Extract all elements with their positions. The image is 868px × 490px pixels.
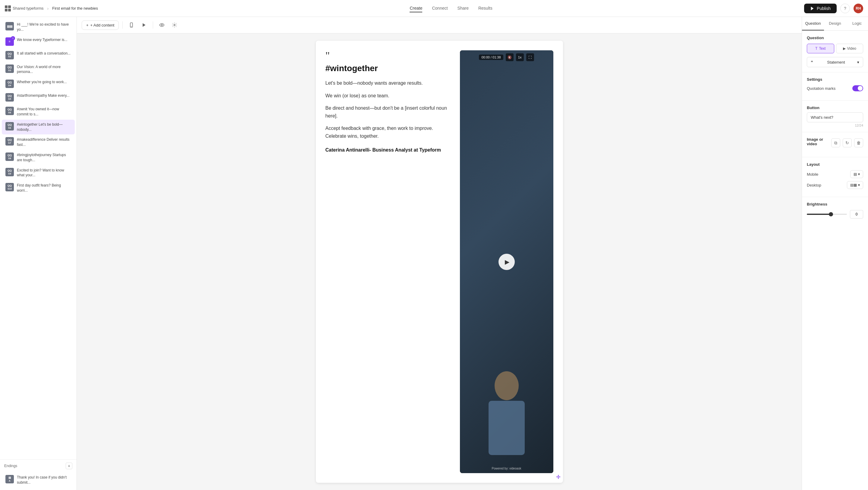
- brightness-control-row: [807, 210, 863, 218]
- slide-title: #wintogether: [326, 64, 450, 73]
- mobile-preview-button[interactable]: [126, 20, 136, 30]
- video-speed-button[interactable]: 1x: [516, 53, 524, 61]
- settings-title: Settings: [807, 77, 863, 82]
- eye-icon: [159, 22, 164, 28]
- panel-tab-question[interactable]: Question: [802, 17, 824, 30]
- sidebar-item-s8[interactable]: QQ S7 #makeadifference Deliver results f…: [2, 135, 75, 150]
- add-content-button[interactable]: + + Add content: [82, 21, 119, 30]
- settings-icon-button[interactable]: [169, 20, 180, 30]
- video-mute-button[interactable]: 🔇: [506, 53, 514, 61]
- statement-dropdown[interactable]: ❝ Statement ▾: [807, 57, 863, 67]
- shared-typeforms-link[interactable]: Shared typeforms: [13, 6, 44, 10]
- preview-icon-button[interactable]: [157, 20, 167, 30]
- mobile-layout-icon: ▤: [854, 172, 857, 176]
- panel-tab-design[interactable]: Design: [824, 17, 846, 30]
- slide-author: Caterina Antinarelli- Business Analyst a…: [326, 147, 450, 153]
- sidebar-list: ▤▤ Hi ___! We're so excited to have yo..…: [0, 17, 76, 458]
- sidebar-item-s11[interactable]: QQ S10 First day outfit fears? Being wor…: [2, 181, 75, 195]
- sidebar-item-s9[interactable]: QQ S8 #bringjoytothejourney Startups are…: [2, 150, 75, 165]
- sidebar-item-s2[interactable]: QQ S2 It all started with a conversation…: [2, 49, 75, 62]
- brightness-value-input[interactable]: [850, 210, 863, 218]
- text-type-icon: T: [815, 47, 817, 51]
- video-powered-by: Powered by: videoask: [460, 467, 553, 470]
- add-content-plus-icon: +: [86, 23, 89, 27]
- sidebar-item-s7-active[interactable]: QQ S6 #wintogether Let's be bold—nobody.…: [2, 120, 75, 135]
- mobile-layout-select[interactable]: ▤ ▾: [850, 170, 863, 178]
- sidebar-item-intro[interactable]: ▤▤ Hi ___! We're so excited to have yo..…: [2, 20, 75, 35]
- button-value-input[interactable]: What's next?: [807, 113, 863, 122]
- sidebar-label-s9: #bringjoytothejourney Startups are tough…: [17, 152, 71, 163]
- brightness-slider-fill: [807, 214, 831, 215]
- sidebar-item-ending-a[interactable]: ▤ A Thank you! In case if you didn't sub…: [2, 472, 75, 488]
- sidebar-item-s4[interactable]: QQ S4 Whether you're going to work...: [2, 77, 75, 90]
- brightness-slider-thumb[interactable]: [829, 212, 833, 216]
- mobile-layout-row: Mobile ▤ ▾: [807, 170, 863, 178]
- panel-tabs: Question Design Logic: [802, 17, 868, 31]
- sidebar-item-s3[interactable]: QQ S3 Our Vision: A world of more person…: [2, 62, 75, 77]
- sidebar-label-s7: #wintogether Let's be bold—nobody...: [17, 122, 71, 132]
- nav-tab-share[interactable]: Share: [458, 4, 469, 12]
- sidebar-label-s4: Whether you're going to work...: [17, 80, 67, 85]
- image-refresh-button[interactable]: ↻: [843, 138, 852, 147]
- help-button[interactable]: ?: [840, 4, 850, 13]
- nav-tabs: Create Connect Share Results: [101, 4, 801, 12]
- canvas-area: " #wintogether Let's be bold—nobody want…: [77, 33, 802, 490]
- publish-button[interactable]: Publish: [804, 4, 837, 13]
- sidebar-icon-s8: QQ S7: [5, 137, 14, 146]
- brightness-slider-track[interactable]: [807, 214, 847, 215]
- desktop-layout-icon: ▤▦: [850, 183, 857, 187]
- toolbar-divider-2: [153, 21, 153, 29]
- nav-tab-create[interactable]: Create: [410, 4, 422, 12]
- char-count: 12/24: [807, 124, 863, 127]
- right-panel: Question Design Logic Question T Text ▶ …: [802, 17, 868, 490]
- video-fullscreen-button[interactable]: ⛶: [526, 53, 534, 61]
- sidebar-icon-s10: QQ S9: [5, 168, 14, 176]
- mobile-icon: [129, 22, 134, 28]
- button-section: Button What's next? 12/24: [802, 101, 868, 132]
- layout-section: Layout Mobile ▤ ▾ Desktop ▤▦ ▾: [802, 157, 868, 197]
- image-delete-button[interactable]: 🗑: [854, 138, 863, 147]
- slide-content: " #wintogether Let's be bold—nobody want…: [326, 50, 450, 473]
- sidebar-label-s1: We know every Typeformer is...: [17, 37, 67, 42]
- image-video-row: Image or video ⧉ ↻ 🗑: [807, 137, 863, 149]
- image-copy-button[interactable]: ⧉: [831, 138, 840, 147]
- sidebar-item-s5[interactable]: QQ S5 #startfromempathy Make every...: [2, 91, 75, 104]
- sidebar-label-s2: It all started with a conversation...: [17, 51, 70, 56]
- slide-paragraph-4: Accept feedback with grace, then work to…: [326, 124, 450, 140]
- sidebar-label-s8: #makeadifference Deliver results fast...: [17, 137, 71, 147]
- video-play-button[interactable]: [498, 254, 515, 270]
- type-video-button[interactable]: ▶ Video: [836, 44, 864, 53]
- video-time: 00:00 / 01:38: [479, 55, 503, 60]
- toolbar: + + Add content: [77, 17, 802, 33]
- brightness-title: Brightness: [807, 202, 863, 207]
- slide-card: " #wintogether Let's be bold—nobody want…: [316, 41, 563, 483]
- desktop-layout-row: Desktop ▤▦ ▾: [807, 181, 863, 189]
- type-text-button[interactable]: T Text: [807, 44, 834, 53]
- quotation-marks-toggle[interactable]: [852, 85, 863, 91]
- main-layout: ▤▤ Hi ___! We're so excited to have yo..…: [0, 17, 868, 490]
- sidebar: ▤▤ Hi ___! We're so excited to have yo..…: [0, 17, 77, 490]
- statement-icon: ❝: [811, 60, 813, 64]
- sidebar-icon-s5: QQ S5: [5, 93, 14, 101]
- question-type-buttons: T Text ▶ Video: [807, 44, 863, 53]
- endings-add-button[interactable]: +: [66, 463, 72, 469]
- image-video-label: Image or video: [807, 137, 831, 146]
- sidebar-item-s10[interactable]: QQ S9 Excited to join? Want to know what…: [2, 165, 75, 181]
- nav-tab-connect[interactable]: Connect: [432, 4, 447, 12]
- nav-logo[interactable]: Shared typeforms: [5, 5, 44, 11]
- play-button[interactable]: [139, 20, 149, 30]
- nav-tab-results[interactable]: Results: [478, 4, 493, 12]
- sidebar-item-s1[interactable]: ≡ 1 We know every Typeformer is...: [2, 35, 75, 48]
- slide-paragraph-2: We win (or lose) as one team.: [326, 92, 450, 100]
- avatar[interactable]: RH: [854, 4, 863, 13]
- sidebar-icon-s11: QQ S10: [5, 183, 14, 191]
- sidebar-icon-s2: QQ S2: [5, 51, 14, 59]
- gear-icon: [172, 22, 177, 28]
- desktop-layout-chevron: ▾: [858, 183, 860, 187]
- sidebar-item-s6[interactable]: QQ S6 #ownit You owned it—now commit to …: [2, 104, 75, 119]
- desktop-layout-select[interactable]: ▤▦ ▾: [847, 181, 863, 189]
- breadcrumb-separator: ›: [47, 6, 49, 11]
- panel-tab-logic[interactable]: Logic: [846, 17, 868, 30]
- sidebar-label-s11: First day outfit fears? Being worri...: [17, 183, 71, 193]
- slide-paragraph-3: Be direct and honest—but don't be a [ins…: [326, 104, 450, 120]
